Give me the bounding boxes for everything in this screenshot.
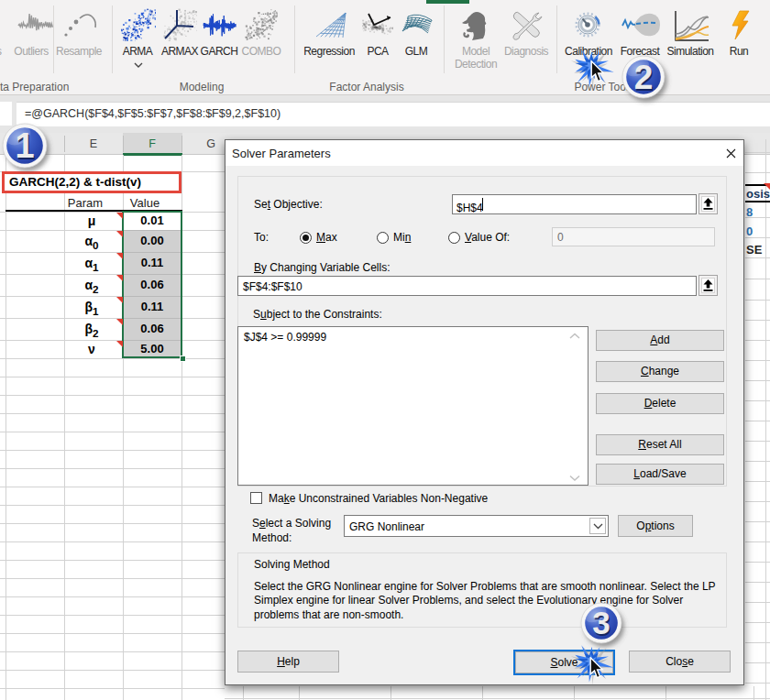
svg-text:3: 3 bbox=[592, 605, 610, 640]
svg-text:1: 1 bbox=[15, 126, 34, 165]
svg-text:2: 2 bbox=[634, 59, 654, 96]
